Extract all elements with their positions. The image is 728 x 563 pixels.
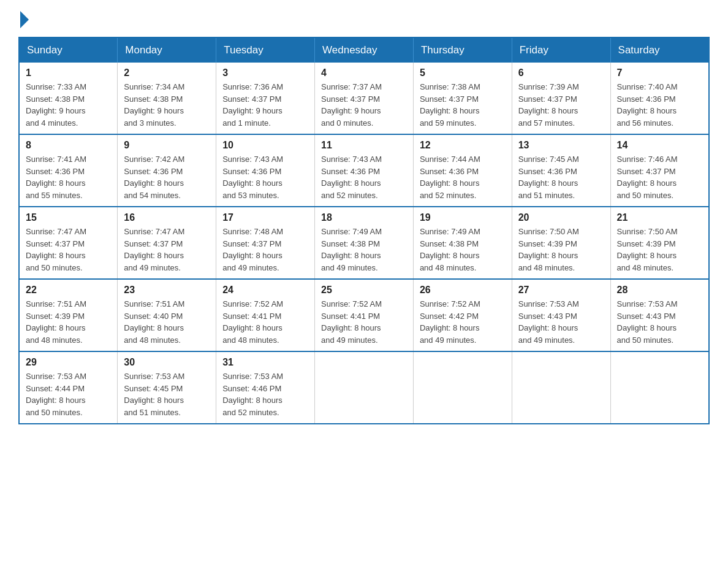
day-info: Sunrise: 7:39 AMSunset: 4:37 PMDaylight:… — [518, 81, 604, 129]
calendar-cell: 17 Sunrise: 7:48 AMSunset: 4:37 PMDaylig… — [216, 207, 315, 279]
calendar-cell: 2 Sunrise: 7:34 AMSunset: 4:38 PMDayligh… — [118, 63, 216, 134]
calendar-cell: 4 Sunrise: 7:37 AMSunset: 4:37 PMDayligh… — [315, 63, 414, 134]
calendar-header-row: SundayMondayTuesdayWednesdayThursdayFrid… — [19, 37, 709, 63]
calendar-cell: 27 Sunrise: 7:53 AMSunset: 4:43 PMDaylig… — [512, 279, 610, 351]
day-info: Sunrise: 7:43 AMSunset: 4:36 PMDaylight:… — [321, 153, 407, 201]
calendar-week-row: 22 Sunrise: 7:51 AMSunset: 4:39 PMDaylig… — [19, 279, 709, 351]
day-info: Sunrise: 7:52 AMSunset: 4:42 PMDaylight:… — [420, 298, 506, 346]
col-header-saturday: Saturday — [610, 37, 709, 63]
day-info: Sunrise: 7:40 AMSunset: 4:36 PMDaylight:… — [617, 81, 702, 129]
calendar-cell: 9 Sunrise: 7:42 AMSunset: 4:36 PMDayligh… — [118, 134, 216, 207]
day-number: 21 — [617, 212, 702, 223]
calendar-cell: 26 Sunrise: 7:52 AMSunset: 4:42 PMDaylig… — [413, 279, 512, 351]
day-info: Sunrise: 7:45 AMSunset: 4:36 PMDaylight:… — [518, 153, 604, 201]
day-number: 2 — [124, 67, 210, 79]
day-number: 24 — [222, 285, 308, 296]
day-number: 3 — [222, 67, 308, 79]
day-info: Sunrise: 7:53 AMSunset: 4:43 PMDaylight:… — [617, 298, 702, 346]
col-header-tuesday: Tuesday — [216, 37, 315, 63]
logo — [18, 12, 29, 25]
day-info: Sunrise: 7:38 AMSunset: 4:37 PMDaylight:… — [420, 81, 506, 129]
day-info: Sunrise: 7:49 AMSunset: 4:38 PMDaylight:… — [321, 226, 407, 274]
calendar-cell: 24 Sunrise: 7:52 AMSunset: 4:41 PMDaylig… — [216, 279, 315, 351]
day-number: 13 — [518, 140, 604, 151]
day-number: 16 — [124, 212, 210, 223]
day-number: 1 — [26, 67, 111, 79]
calendar-cell: 15 Sunrise: 7:47 AMSunset: 4:37 PMDaylig… — [19, 207, 118, 279]
day-number: 30 — [124, 357, 210, 368]
calendar-cell: 6 Sunrise: 7:39 AMSunset: 4:37 PMDayligh… — [512, 63, 610, 134]
day-number: 28 — [617, 285, 702, 296]
day-number: 11 — [321, 140, 407, 151]
day-info: Sunrise: 7:53 AMSunset: 4:43 PMDaylight:… — [518, 298, 604, 346]
day-info: Sunrise: 7:43 AMSunset: 4:36 PMDaylight:… — [222, 153, 308, 201]
calendar-cell: 8 Sunrise: 7:41 AMSunset: 4:36 PMDayligh… — [19, 134, 118, 207]
calendar-cell — [315, 351, 414, 424]
calendar-week-row: 29 Sunrise: 7:53 AMSunset: 4:44 PMDaylig… — [19, 351, 709, 424]
calendar-cell: 16 Sunrise: 7:47 AMSunset: 4:37 PMDaylig… — [118, 207, 216, 279]
day-info: Sunrise: 7:51 AMSunset: 4:40 PMDaylight:… — [124, 298, 210, 346]
calendar-cell: 18 Sunrise: 7:49 AMSunset: 4:38 PMDaylig… — [315, 207, 414, 279]
day-info: Sunrise: 7:49 AMSunset: 4:38 PMDaylight:… — [420, 226, 506, 274]
day-number: 9 — [124, 140, 210, 151]
calendar-cell: 21 Sunrise: 7:50 AMSunset: 4:39 PMDaylig… — [610, 207, 709, 279]
calendar-week-row: 15 Sunrise: 7:47 AMSunset: 4:37 PMDaylig… — [19, 207, 709, 279]
day-number: 10 — [222, 140, 308, 151]
day-number: 14 — [617, 140, 702, 151]
day-number: 6 — [518, 67, 604, 79]
calendar-cell: 29 Sunrise: 7:53 AMSunset: 4:44 PMDaylig… — [19, 351, 118, 424]
col-header-friday: Friday — [512, 37, 610, 63]
day-info: Sunrise: 7:53 AMSunset: 4:45 PMDaylight:… — [124, 370, 210, 418]
calendar-cell: 7 Sunrise: 7:40 AMSunset: 4:36 PMDayligh… — [610, 63, 709, 134]
day-info: Sunrise: 7:52 AMSunset: 4:41 PMDaylight:… — [321, 298, 407, 346]
calendar-table: SundayMondayTuesdayWednesdayThursdayFrid… — [18, 37, 710, 424]
calendar-cell: 25 Sunrise: 7:52 AMSunset: 4:41 PMDaylig… — [315, 279, 414, 351]
day-info: Sunrise: 7:42 AMSunset: 4:36 PMDaylight:… — [124, 153, 210, 201]
day-info: Sunrise: 7:50 AMSunset: 4:39 PMDaylight:… — [617, 226, 702, 274]
day-number: 19 — [420, 212, 506, 223]
calendar-cell: 3 Sunrise: 7:36 AMSunset: 4:37 PMDayligh… — [216, 63, 315, 134]
day-number: 17 — [222, 212, 308, 223]
day-info: Sunrise: 7:50 AMSunset: 4:39 PMDaylight:… — [518, 226, 604, 274]
day-number: 5 — [420, 67, 506, 79]
day-number: 26 — [420, 285, 506, 296]
day-number: 20 — [518, 212, 604, 223]
day-info: Sunrise: 7:46 AMSunset: 4:37 PMDaylight:… — [617, 153, 702, 201]
day-info: Sunrise: 7:52 AMSunset: 4:41 PMDaylight:… — [222, 298, 308, 346]
calendar-cell — [610, 351, 709, 424]
calendar-cell — [413, 351, 512, 424]
day-number: 23 — [124, 285, 210, 296]
logo-arrow-icon — [20, 11, 29, 28]
day-info: Sunrise: 7:47 AMSunset: 4:37 PMDaylight:… — [124, 226, 210, 274]
col-header-sunday: Sunday — [19, 37, 118, 63]
day-info: Sunrise: 7:51 AMSunset: 4:39 PMDaylight:… — [26, 298, 111, 346]
calendar-week-row: 8 Sunrise: 7:41 AMSunset: 4:36 PMDayligh… — [19, 134, 709, 207]
day-info: Sunrise: 7:47 AMSunset: 4:37 PMDaylight:… — [26, 226, 111, 274]
day-info: Sunrise: 7:36 AMSunset: 4:37 PMDaylight:… — [222, 81, 308, 129]
col-header-monday: Monday — [118, 37, 216, 63]
day-number: 8 — [26, 140, 111, 151]
calendar-cell: 10 Sunrise: 7:43 AMSunset: 4:36 PMDaylig… — [216, 134, 315, 207]
day-number: 31 — [222, 357, 308, 368]
day-info: Sunrise: 7:48 AMSunset: 4:37 PMDaylight:… — [222, 226, 308, 274]
col-header-thursday: Thursday — [413, 37, 512, 63]
calendar-cell — [512, 351, 610, 424]
calendar-cell: 30 Sunrise: 7:53 AMSunset: 4:45 PMDaylig… — [118, 351, 216, 424]
day-info: Sunrise: 7:44 AMSunset: 4:36 PMDaylight:… — [420, 153, 506, 201]
day-number: 29 — [26, 357, 111, 368]
calendar-cell: 14 Sunrise: 7:46 AMSunset: 4:37 PMDaylig… — [610, 134, 709, 207]
calendar-cell: 31 Sunrise: 7:53 AMSunset: 4:46 PMDaylig… — [216, 351, 315, 424]
day-number: 12 — [420, 140, 506, 151]
day-number: 15 — [26, 212, 111, 223]
day-number: 25 — [321, 285, 407, 296]
day-number: 7 — [617, 67, 702, 79]
col-header-wednesday: Wednesday — [315, 37, 414, 63]
day-info: Sunrise: 7:37 AMSunset: 4:37 PMDaylight:… — [321, 81, 407, 129]
calendar-cell: 28 Sunrise: 7:53 AMSunset: 4:43 PMDaylig… — [610, 279, 709, 351]
day-info: Sunrise: 7:34 AMSunset: 4:38 PMDaylight:… — [124, 81, 210, 129]
day-number: 22 — [26, 285, 111, 296]
day-number: 27 — [518, 285, 604, 296]
calendar-cell: 23 Sunrise: 7:51 AMSunset: 4:40 PMDaylig… — [118, 279, 216, 351]
calendar-cell: 19 Sunrise: 7:49 AMSunset: 4:38 PMDaylig… — [413, 207, 512, 279]
calendar-cell: 1 Sunrise: 7:33 AMSunset: 4:38 PMDayligh… — [19, 63, 118, 134]
